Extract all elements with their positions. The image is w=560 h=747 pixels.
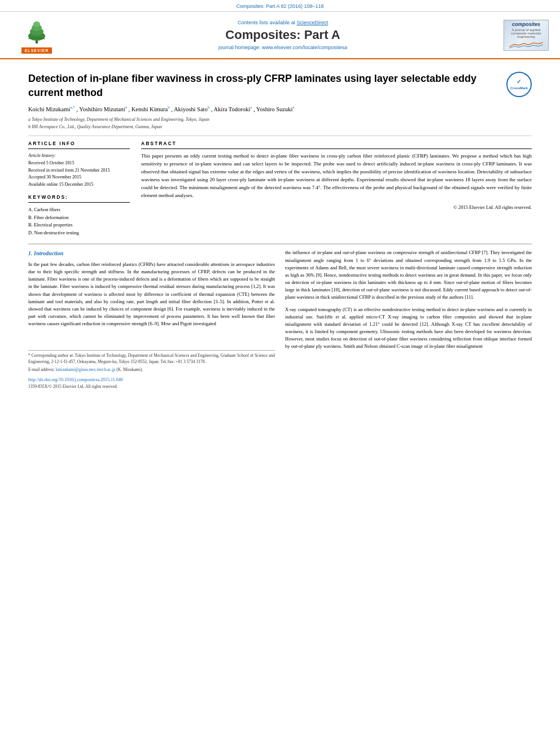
abstract-text: This paper presents an eddy current test… [141, 152, 532, 200]
keyword-3: B. Electrical properties [28, 221, 130, 229]
sciencedirect-text[interactable]: ScienceDirect [297, 20, 329, 25]
article-history: Article history: Received 5 October 2015… [28, 152, 130, 189]
crossmark-badge: ✓ CrossMark [506, 72, 532, 97]
main-content: Detection of in-plane fiber waviness in … [0, 59, 560, 396]
footnote-email: E-mail address: kmizukami@ginza.mes.tite… [28, 367, 275, 373]
right-para2: X-ray computed tomography (CT) is an eff… [285, 306, 532, 351]
issn-line: 1359-835X/© 2015 Elsevier Ltd. All right… [28, 383, 275, 390]
divider-abstract [141, 148, 532, 149]
received-date: Received 5 October 2015 [28, 160, 130, 167]
article-body: 1. Introduction In the past few decades,… [28, 243, 532, 390]
keyword-1: A. Carbon fibers [28, 206, 130, 214]
journal-citation-bar: Composites: Part A 82 (2016) 108–118 [0, 0, 560, 12]
keywords-section: Keywords: A. Carbon fibers B. Fiber defo… [28, 194, 130, 237]
keyword-2: B. Fiber deformation [28, 214, 130, 222]
doi-link[interactable]: http://dx.doi.org/10.1016/j.compositesa.… [28, 377, 275, 383]
sciencedirect-link[interactable]: Contents lists available at ScienceDirec… [62, 20, 504, 25]
journal-header-center: Contents lists available at ScienceDirec… [62, 20, 504, 50]
journal-homepage: journal homepage: www.elsevier.com/locat… [62, 45, 504, 50]
elsevier-logo: ELSEVIER [11, 16, 62, 54]
intro-para1: In the past few decades, carbon fiber re… [28, 261, 275, 328]
composites-journal-logo: composites A journal of applied composit… [504, 20, 549, 51]
authors-line: Koichi Mizukamia,* , Yoshihiro Mizutania… [28, 104, 532, 113]
accepted-date: Accepted 30 November 2015 [28, 174, 130, 181]
section-title-intro: 1. Introduction [28, 249, 275, 258]
elsevier-text: ELSEVIER [21, 47, 53, 54]
footnote-section: * Corresponding author at: Tokyo Institu… [28, 350, 275, 390]
journal-title: Composites: Part A [62, 28, 504, 42]
article-info-abstract: Article Info Article history: Received 5… [28, 136, 532, 237]
journal-header: ELSEVIER Contents lists available at Sci… [0, 12, 560, 59]
available-date: Available online 15 December 2015 [28, 181, 130, 189]
copyright-line: © 2015 Elsevier Ltd. All rights reserved… [141, 204, 532, 210]
abstract-header: Abstract [141, 141, 532, 146]
right-para1: the influence of in-plane and out-of-pla… [285, 249, 532, 301]
affiliation-b: b IHI Aerospace Co., Ltd., Quality Assur… [28, 124, 532, 130]
article-title: Detection of in-plane fiber waviness in … [28, 72, 532, 100]
elsevier-tree-icon [17, 16, 56, 47]
keywords-header: Keywords: [28, 194, 130, 200]
body-two-col: 1. Introduction In the past few decades,… [28, 249, 532, 390]
affiliation-a: a Tokyo Institute of Technology, Departm… [28, 116, 532, 123]
divider [28, 148, 130, 149]
divider-keywords [28, 202, 130, 203]
received-revised-date: Received in revised form 21 November 201… [28, 167, 130, 174]
logo-decoration [506, 40, 546, 49]
body-col-left: 1. Introduction In the past few decades,… [28, 249, 275, 390]
svg-point-4 [33, 21, 40, 27]
article-info-header: Article Info [28, 141, 130, 146]
keyword-4: D. Non-destructive testing [28, 229, 130, 237]
abstract-col: Abstract This paper presents an eddy cur… [141, 136, 532, 237]
body-col-right: the influence of in-plane and out-of-pla… [285, 249, 532, 390]
article-info-col: Article Info Article history: Received 5… [28, 136, 130, 237]
history-label: Article history: [28, 152, 130, 160]
footnote-corresponding: * Corresponding author at: Tokyo Institu… [28, 353, 275, 365]
